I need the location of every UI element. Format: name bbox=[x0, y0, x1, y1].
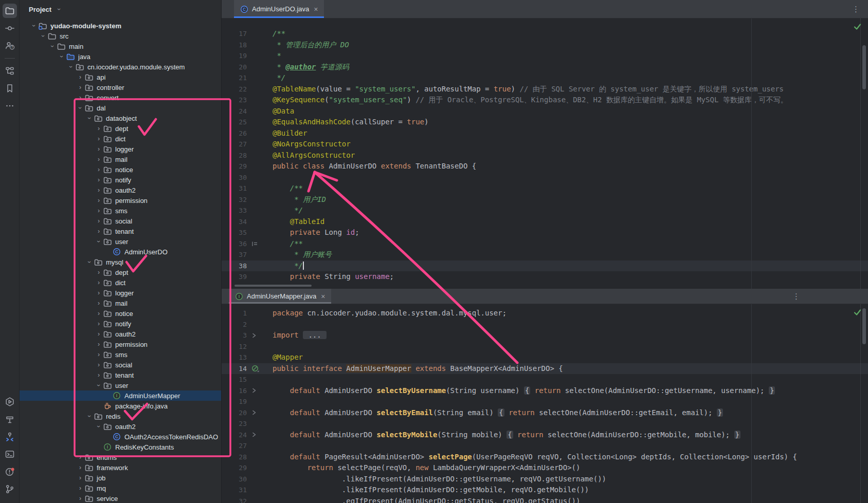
tab-adminuserdo-java[interactable]: C AdminUserDO.java × bbox=[234, 0, 324, 18]
tree-item-permission[interactable]: ›permission bbox=[20, 339, 221, 349]
chevron-right-icon[interactable]: › bbox=[95, 135, 103, 143]
tree-item-rediskeyconstants[interactable]: IRedisKeyConstants bbox=[20, 442, 221, 452]
chevron-down-icon[interactable]: › bbox=[30, 22, 38, 30]
gutter[interactable] bbox=[251, 407, 273, 419]
chevron-right-icon[interactable]: › bbox=[95, 268, 103, 276]
tree-item-dept[interactable]: ›dept bbox=[20, 123, 221, 134]
chevron-right-icon[interactable]: › bbox=[95, 309, 103, 318]
tree-item-adminuserdo[interactable]: CAdminUserDO bbox=[20, 247, 221, 257]
chevron-right-icon[interactable]: › bbox=[95, 165, 103, 174]
toolwindow-button-problems[interactable] bbox=[3, 464, 17, 479]
project-panel-header[interactable]: Project › bbox=[20, 0, 221, 18]
inspection-ok-icon[interactable] bbox=[853, 308, 861, 316]
chevron-right-icon[interactable]: › bbox=[95, 176, 103, 184]
chevron-right-icon[interactable]: › bbox=[95, 320, 103, 328]
tree-item-notify[interactable]: ›notify bbox=[20, 175, 221, 185]
tree-item-package-info-java[interactable]: package-info.java bbox=[20, 401, 221, 411]
chevron-right-icon[interactable]: › bbox=[95, 340, 103, 348]
tree-item-notice[interactable]: ›notice bbox=[20, 308, 221, 319]
gutter[interactable] bbox=[251, 430, 273, 441]
tree-item-notify[interactable]: ›notify bbox=[20, 319, 221, 329]
close-icon[interactable]: × bbox=[314, 5, 318, 13]
tree-item-user[interactable]: ›user bbox=[20, 236, 221, 247]
tree-item-dal[interactable]: ›dal bbox=[20, 103, 221, 113]
tree-item-enums[interactable]: ›enums bbox=[20, 452, 221, 462]
tree-item-framework[interactable]: ›framework bbox=[20, 462, 221, 473]
chevron-down-icon[interactable]: › bbox=[85, 114, 94, 122]
chevron-right-icon[interactable]: › bbox=[76, 474, 84, 482]
tree-item-sms[interactable]: ›sms bbox=[20, 206, 221, 216]
toolwindow-button-structure[interactable] bbox=[3, 64, 17, 78]
chevron-right-icon[interactable]: › bbox=[76, 494, 84, 502]
gutter[interactable] bbox=[251, 330, 273, 341]
gutter[interactable] bbox=[251, 238, 273, 250]
tree-item-yudao-module-system[interactable]: ›yudao-module-system bbox=[20, 21, 221, 31]
tree-item-oauth2[interactable]: ›oauth2 bbox=[20, 329, 221, 339]
tree-item-controller[interactable]: ›controller bbox=[20, 82, 221, 92]
vertical-scrollbar-thumb[interactable] bbox=[862, 308, 866, 344]
chevron-right-icon[interactable]: › bbox=[95, 227, 103, 235]
tree-item-logger[interactable]: ›logger bbox=[20, 144, 221, 154]
chevron-right-icon[interactable]: › bbox=[95, 330, 103, 338]
chevron-right-icon[interactable]: › bbox=[76, 463, 84, 472]
chevron-right-icon[interactable]: › bbox=[95, 207, 103, 215]
chevron-down-icon[interactable]: › bbox=[95, 422, 103, 431]
tree-item-permission[interactable]: ›permission bbox=[20, 195, 221, 206]
toolwindow-button-build[interactable] bbox=[3, 412, 17, 426]
toolwindow-button-commit[interactable] bbox=[3, 21, 17, 35]
chevron-down-icon[interactable]: › bbox=[76, 104, 84, 112]
tree-item-oauth2[interactable]: ›oauth2 bbox=[20, 421, 221, 432]
tree-item-sms[interactable]: ›sms bbox=[20, 349, 221, 360]
chevron-right-icon[interactable]: › bbox=[95, 124, 103, 133]
tree-item-java[interactable]: ›java bbox=[20, 51, 221, 62]
chevron-right-icon[interactable]: › bbox=[76, 94, 84, 102]
tree-item-mail[interactable]: ›mail bbox=[20, 298, 221, 308]
toolwindow-button-more[interactable] bbox=[3, 99, 17, 113]
toolwindow-button-terminal[interactable] bbox=[3, 447, 17, 461]
chevron-down-icon[interactable]: › bbox=[85, 258, 94, 266]
toolwindow-button-users-help[interactable]: ? bbox=[3, 39, 17, 53]
tab-adminusermapper-java[interactable]: I AdminUserMapper.java × bbox=[229, 289, 331, 304]
tree-item-oauth2accesstokenredisdao[interactable]: COAuth2AccessTokenRedisDAO bbox=[20, 432, 221, 442]
close-icon[interactable]: × bbox=[321, 292, 325, 301]
chevron-right-icon[interactable]: › bbox=[76, 484, 84, 492]
chevron-right-icon[interactable]: › bbox=[95, 289, 103, 297]
toolwindow-button-bookmarks[interactable] bbox=[3, 81, 17, 96]
chevron-down-icon[interactable]: › bbox=[85, 412, 94, 420]
toolwindow-button-services[interactable] bbox=[3, 395, 17, 409]
tree-item-convert[interactable]: ›convert bbox=[20, 92, 221, 103]
vertical-scrollbar-thumb[interactable] bbox=[862, 45, 866, 89]
chevron-down-icon[interactable]: › bbox=[95, 381, 103, 389]
gutter[interactable] bbox=[251, 363, 273, 375]
code-editor-top[interactable]: 17/**18 * 管理后台的用户 DO19 *20 * @author 芋道源… bbox=[222, 18, 868, 289]
tree-item-cn-iocoder-yudao-module-system[interactable]: ›cn.iocoder.yudao.module.system bbox=[20, 62, 221, 72]
chevron-down-icon[interactable]: › bbox=[67, 63, 75, 71]
tree-item-tenant[interactable]: ›tenant bbox=[20, 226, 221, 236]
chevron-down-icon[interactable]: › bbox=[48, 42, 57, 50]
tree-item-dataobject[interactable]: ›dataobject bbox=[20, 113, 221, 123]
chevron-right-icon[interactable]: › bbox=[95, 361, 103, 369]
tree-item-dept[interactable]: ›dept bbox=[20, 267, 221, 277]
code-editor-bottom[interactable]: 1package cn.iocoder.yudao.module.system.… bbox=[222, 304, 868, 503]
tree-item-redis[interactable]: ›redis bbox=[20, 411, 221, 421]
tree-item-main[interactable]: ›main bbox=[20, 41, 221, 51]
gutter[interactable] bbox=[251, 385, 273, 397]
tree-item-oauth2[interactable]: ›oauth2 bbox=[20, 185, 221, 195]
toolwindow-button-profiler[interactable] bbox=[3, 430, 17, 444]
chevron-right-icon[interactable]: › bbox=[76, 453, 84, 461]
chevron-down-icon[interactable]: › bbox=[58, 52, 66, 61]
tree-item-job[interactable]: ›job bbox=[20, 473, 221, 483]
toolwindow-button-git[interactable] bbox=[3, 482, 17, 496]
tree-item-mq[interactable]: ›mq bbox=[20, 483, 221, 493]
horizontal-scrollbar-thumb[interactable] bbox=[234, 285, 312, 287]
kebab-menu-icon[interactable]: ⋮ bbox=[852, 5, 860, 13]
tree-item-tenant[interactable]: ›tenant bbox=[20, 370, 221, 380]
tree-item-social[interactable]: ›social bbox=[20, 216, 221, 226]
tree-item-mysql[interactable]: ›mysql bbox=[20, 257, 221, 267]
chevron-right-icon[interactable]: › bbox=[76, 73, 84, 81]
inspection-ok-icon[interactable] bbox=[853, 23, 861, 31]
tree-item-notice[interactable]: ›notice bbox=[20, 164, 221, 175]
chevron-right-icon[interactable]: › bbox=[95, 186, 103, 194]
chevron-right-icon[interactable]: › bbox=[95, 350, 103, 359]
chevron-right-icon[interactable]: › bbox=[76, 83, 84, 91]
